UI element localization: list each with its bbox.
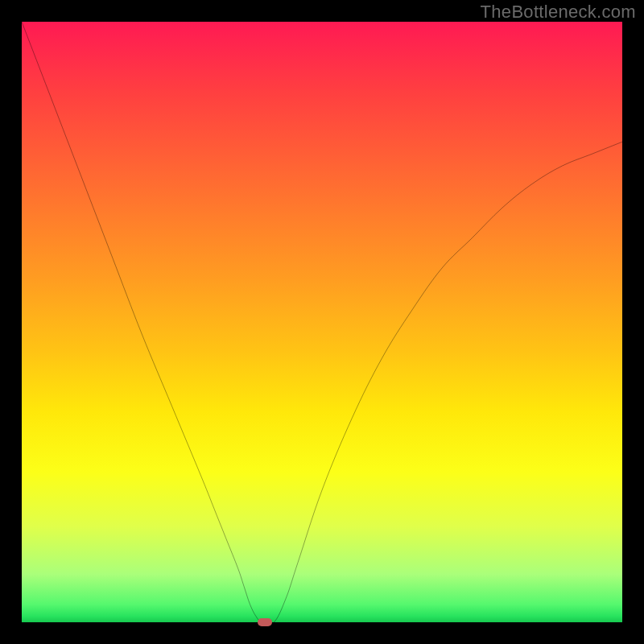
curve-path [22,22,622,622]
curve-svg [22,22,622,622]
min-marker [258,618,272,626]
plot-area [22,22,622,622]
watermark-label: TheBottleneck.com [481,2,636,23]
chart-frame: TheBottleneck.com [0,0,644,644]
